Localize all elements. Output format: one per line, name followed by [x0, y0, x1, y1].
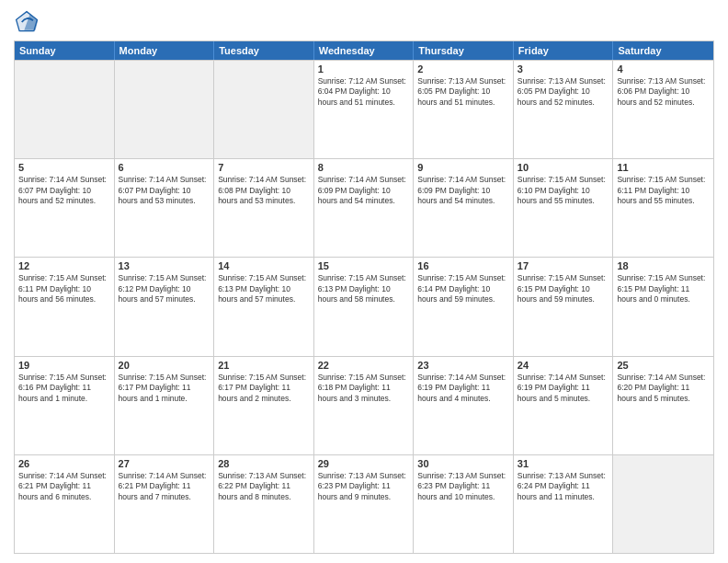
- cal-cell: 4Sunrise: 7:13 AM Sunset: 6:06 PM Daylig…: [613, 61, 713, 158]
- cal-cell: 23Sunrise: 7:14 AM Sunset: 6:19 PM Dayli…: [414, 357, 514, 454]
- day-number: 25: [617, 360, 710, 371]
- cell-info: Sunrise: 7:14 AM Sunset: 6:20 PM Dayligh…: [617, 373, 710, 404]
- cal-cell: 25Sunrise: 7:14 AM Sunset: 6:20 PM Dayli…: [613, 357, 713, 454]
- cal-cell: 3Sunrise: 7:13 AM Sunset: 6:05 PM Daylig…: [514, 61, 614, 158]
- day-number: 8: [318, 162, 410, 173]
- cell-info: Sunrise: 7:13 AM Sunset: 6:22 PM Dayligh…: [218, 471, 310, 502]
- cal-week-4: 19Sunrise: 7:15 AM Sunset: 6:16 PM Dayli…: [15, 356, 713, 454]
- cell-info: Sunrise: 7:13 AM Sunset: 6:05 PM Dayligh…: [417, 76, 509, 108]
- cell-info: Sunrise: 7:14 AM Sunset: 6:07 PM Dayligh…: [18, 175, 110, 206]
- header: [14, 9, 714, 35]
- cal-cell: 21Sunrise: 7:15 AM Sunset: 6:17 PM Dayli…: [214, 357, 314, 454]
- day-number: 30: [417, 458, 509, 469]
- cell-info: Sunrise: 7:14 AM Sunset: 6:21 PM Dayligh…: [18, 471, 110, 502]
- cal-cell: 1Sunrise: 7:12 AM Sunset: 6:04 PM Daylig…: [314, 61, 415, 158]
- cal-header-monday: Monday: [115, 41, 215, 60]
- cal-cell: 28Sunrise: 7:13 AM Sunset: 6:22 PM Dayli…: [214, 455, 314, 553]
- cell-info: Sunrise: 7:15 AM Sunset: 6:13 PM Dayligh…: [218, 273, 310, 304]
- day-number: 31: [518, 458, 609, 469]
- calendar: SundayMondayTuesdayWednesdayThursdayFrid…: [14, 40, 714, 554]
- cal-cell: 10Sunrise: 7:15 AM Sunset: 6:10 PM Dayli…: [514, 159, 614, 257]
- cal-cell: 27Sunrise: 7:14 AM Sunset: 6:21 PM Dayli…: [115, 455, 215, 553]
- cal-week-3: 12Sunrise: 7:15 AM Sunset: 6:11 PM Dayli…: [15, 257, 713, 355]
- cal-cell: [115, 61, 215, 158]
- cell-info: Sunrise: 7:15 AM Sunset: 6:10 PM Dayligh…: [518, 175, 609, 206]
- cal-cell: 30Sunrise: 7:13 AM Sunset: 6:23 PM Dayli…: [414, 455, 514, 553]
- day-number: 6: [119, 162, 210, 173]
- cell-info: Sunrise: 7:14 AM Sunset: 6:08 PM Dayligh…: [218, 175, 310, 206]
- day-number: 1: [318, 63, 410, 75]
- cal-header-wednesday: Wednesday: [314, 41, 415, 60]
- cal-cell: 14Sunrise: 7:15 AM Sunset: 6:13 PM Dayli…: [214, 258, 314, 355]
- cal-week-2: 5Sunrise: 7:14 AM Sunset: 6:07 PM Daylig…: [15, 158, 713, 257]
- cal-header-thursday: Thursday: [414, 41, 514, 60]
- cell-info: Sunrise: 7:15 AM Sunset: 6:16 PM Dayligh…: [18, 373, 110, 404]
- day-number: 29: [318, 458, 410, 469]
- cell-info: Sunrise: 7:13 AM Sunset: 6:24 PM Dayligh…: [518, 471, 609, 502]
- day-number: 14: [218, 260, 310, 271]
- cal-cell: 19Sunrise: 7:15 AM Sunset: 6:16 PM Dayli…: [15, 357, 115, 454]
- day-number: 19: [18, 360, 110, 371]
- day-number: 3: [518, 63, 609, 75]
- calendar-body: 1Sunrise: 7:12 AM Sunset: 6:04 PM Daylig…: [15, 60, 713, 553]
- cal-cell: [214, 61, 314, 158]
- cell-info: Sunrise: 7:15 AM Sunset: 6:15 PM Dayligh…: [518, 273, 609, 304]
- cell-info: Sunrise: 7:14 AM Sunset: 6:19 PM Dayligh…: [518, 373, 609, 404]
- cal-cell: 18Sunrise: 7:15 AM Sunset: 6:15 PM Dayli…: [613, 258, 713, 355]
- cal-cell: 20Sunrise: 7:15 AM Sunset: 6:17 PM Dayli…: [115, 357, 215, 454]
- cell-info: Sunrise: 7:13 AM Sunset: 6:06 PM Dayligh…: [617, 76, 710, 108]
- cal-header-tuesday: Tuesday: [214, 41, 314, 60]
- cell-info: Sunrise: 7:14 AM Sunset: 6:19 PM Dayligh…: [417, 373, 509, 404]
- cal-cell: 8Sunrise: 7:14 AM Sunset: 6:09 PM Daylig…: [314, 159, 415, 257]
- cell-info: Sunrise: 7:15 AM Sunset: 6:12 PM Dayligh…: [119, 273, 210, 304]
- cell-info: Sunrise: 7:13 AM Sunset: 6:23 PM Dayligh…: [318, 471, 410, 502]
- cal-cell: 12Sunrise: 7:15 AM Sunset: 6:11 PM Dayli…: [15, 258, 115, 355]
- cell-info: Sunrise: 7:15 AM Sunset: 6:17 PM Dayligh…: [119, 373, 210, 404]
- cell-info: Sunrise: 7:14 AM Sunset: 6:07 PM Dayligh…: [119, 175, 210, 206]
- cal-cell: 11Sunrise: 7:15 AM Sunset: 6:11 PM Dayli…: [613, 159, 713, 257]
- cal-cell: 24Sunrise: 7:14 AM Sunset: 6:19 PM Dayli…: [514, 357, 614, 454]
- day-number: 23: [417, 360, 509, 371]
- cal-header-friday: Friday: [514, 41, 614, 60]
- cell-info: Sunrise: 7:15 AM Sunset: 6:14 PM Dayligh…: [417, 273, 509, 304]
- cell-info: Sunrise: 7:14 AM Sunset: 6:09 PM Dayligh…: [417, 175, 509, 206]
- cal-cell: 9Sunrise: 7:14 AM Sunset: 6:09 PM Daylig…: [414, 159, 514, 257]
- day-number: 5: [18, 162, 110, 173]
- logo: [14, 9, 43, 35]
- cell-info: Sunrise: 7:14 AM Sunset: 6:09 PM Dayligh…: [318, 175, 410, 206]
- page: SundayMondayTuesdayWednesdayThursdayFrid…: [0, 0, 728, 563]
- cal-cell: 2Sunrise: 7:13 AM Sunset: 6:05 PM Daylig…: [414, 61, 514, 158]
- cal-cell: [613, 455, 713, 553]
- calendar-header-row: SundayMondayTuesdayWednesdayThursdayFrid…: [15, 41, 713, 60]
- cal-cell: 29Sunrise: 7:13 AM Sunset: 6:23 PM Dayli…: [314, 455, 415, 553]
- cal-cell: 22Sunrise: 7:15 AM Sunset: 6:18 PM Dayli…: [314, 357, 415, 454]
- day-number: 27: [119, 458, 210, 469]
- day-number: 26: [18, 458, 110, 469]
- day-number: 4: [617, 63, 710, 75]
- cal-header-saturday: Saturday: [613, 41, 713, 60]
- cell-info: Sunrise: 7:12 AM Sunset: 6:04 PM Dayligh…: [318, 76, 410, 108]
- cell-info: Sunrise: 7:15 AM Sunset: 6:11 PM Dayligh…: [18, 273, 110, 304]
- cal-week-1: 1Sunrise: 7:12 AM Sunset: 6:04 PM Daylig…: [15, 60, 713, 158]
- day-number: 28: [218, 458, 310, 469]
- day-number: 7: [218, 162, 310, 173]
- day-number: 20: [119, 360, 210, 371]
- cell-info: Sunrise: 7:13 AM Sunset: 6:23 PM Dayligh…: [417, 471, 509, 502]
- cal-cell: 16Sunrise: 7:15 AM Sunset: 6:14 PM Dayli…: [414, 258, 514, 355]
- cal-cell: 6Sunrise: 7:14 AM Sunset: 6:07 PM Daylig…: [115, 159, 215, 257]
- cal-cell: 26Sunrise: 7:14 AM Sunset: 6:21 PM Dayli…: [15, 455, 115, 553]
- cal-cell: 5Sunrise: 7:14 AM Sunset: 6:07 PM Daylig…: [15, 159, 115, 257]
- cal-cell: 7Sunrise: 7:14 AM Sunset: 6:08 PM Daylig…: [214, 159, 314, 257]
- day-number: 13: [119, 260, 210, 271]
- cell-info: Sunrise: 7:15 AM Sunset: 6:18 PM Dayligh…: [318, 373, 410, 404]
- day-number: 24: [518, 360, 609, 371]
- cell-info: Sunrise: 7:15 AM Sunset: 6:15 PM Dayligh…: [617, 273, 710, 304]
- cal-cell: 15Sunrise: 7:15 AM Sunset: 6:13 PM Dayli…: [314, 258, 415, 355]
- day-number: 15: [318, 260, 410, 271]
- cell-info: Sunrise: 7:14 AM Sunset: 6:21 PM Dayligh…: [119, 471, 210, 502]
- cal-cell: 13Sunrise: 7:15 AM Sunset: 6:12 PM Dayli…: [115, 258, 215, 355]
- day-number: 11: [617, 162, 710, 173]
- day-number: 21: [218, 360, 310, 371]
- cell-info: Sunrise: 7:15 AM Sunset: 6:11 PM Dayligh…: [617, 175, 710, 206]
- cal-cell: 31Sunrise: 7:13 AM Sunset: 6:24 PM Dayli…: [514, 455, 614, 553]
